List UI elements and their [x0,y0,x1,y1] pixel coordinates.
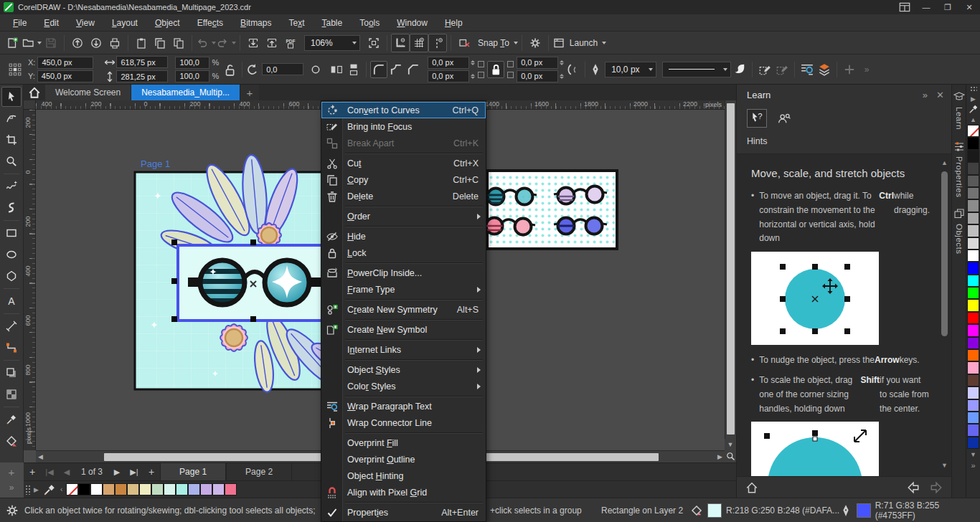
page-tab-1[interactable]: Page 1 [160,463,226,480]
selected-banner-rectangle[interactable] [178,245,329,321]
menubar-object[interactable]: Object [146,16,189,30]
tool-freehand[interactable] [1,176,22,196]
redo-button[interactable] [216,34,236,52]
context-menu-item-color-styles[interactable]: Color Styles [321,378,486,394]
scale-x-field[interactable]: 100,0 [175,57,209,69]
object-width-field[interactable]: 618,75 px [116,56,168,68]
color-swatch[interactable] [115,483,127,495]
rotation-angle-field[interactable]: 0,0 [262,63,303,75]
tool-pick[interactable] [1,87,22,107]
tool-drop-shadow[interactable] [1,363,22,383]
scale-with-object-button[interactable] [731,61,748,78]
scalloped-corner-button[interactable] [387,61,405,78]
minimize-button[interactable]: — [915,0,937,14]
context-menu-item-lock[interactable]: Lock [321,245,486,261]
color-swatch[interactable] [78,483,90,495]
show-guidelines-button[interactable] [428,34,447,52]
tool-polygon-tool[interactable] [1,266,22,286]
color-swatch[interactable] [967,187,979,199]
scroll-right-button[interactable]: ▶ [715,451,725,462]
tool-shape[interactable] [1,108,22,128]
full-screen-preview-button[interactable] [364,34,383,52]
menubar-layout[interactable]: Layout [103,16,146,30]
previous-page-button[interactable]: ◀ [58,463,75,480]
context-menu-item-overprint-outline[interactable]: Overprint Outline [321,451,486,468]
color-swatch[interactable] [967,437,979,449]
corner-radius-tr-field[interactable]: 0,0 px [517,57,558,69]
color-swatch[interactable] [151,483,164,495]
add-page-button-left[interactable]: + [24,463,41,480]
add-tool-button[interactable]: + [3,465,20,479]
palette-flyout-arrow[interactable]: ▶ [966,93,980,104]
mirror-vertical-button[interactable] [345,61,362,78]
color-swatch[interactable] [225,483,237,495]
open-from-cloud-button[interactable] [87,34,105,52]
zoom-navigator-button[interactable] [725,450,736,462]
color-swatch[interactable] [967,287,979,299]
color-swatch[interactable] [967,399,979,412]
color-swatch[interactable] [967,150,979,162]
palette-drag-handle[interactable] [25,485,31,495]
palette-expand-button[interactable]: » [966,460,980,470]
snap-to-dropdown[interactable]: Snap To [473,38,518,48]
snap-off-button[interactable] [455,34,473,52]
context-menu-item-break-apart[interactable]: Break ApartCtrl+K [321,135,486,151]
docker-tab-properties[interactable]: Properties [953,140,966,197]
color-swatch[interactable] [967,175,979,187]
color-swatch[interactable] [967,424,979,436]
tool-text-tool[interactable]: A [1,291,22,311]
palette-eyedropper-icon[interactable] [969,104,979,114]
menubar-tools[interactable]: Tools [351,16,388,30]
more-options-button[interactable]: » [858,61,875,78]
relative-corner-scaling-button[interactable] [564,61,581,78]
tool-dimension[interactable] [1,316,22,336]
menubar-window[interactable]: Window [388,16,436,30]
lock-ratio-button[interactable] [221,61,238,78]
palette-scroll-left[interactable]: ‹ [60,485,62,493]
corner-radius-br-field[interactable]: 0,0 px [517,70,558,82]
menubar-effects[interactable]: Effects [189,16,232,30]
scroll-down-button[interactable]: ▼ [725,439,736,450]
color-swatch[interactable] [127,483,139,495]
paste-button[interactable] [132,34,151,52]
color-swatch[interactable] [967,361,979,374]
context-menu-item-properties[interactable]: PropertiesAlt+Enter [321,504,486,521]
tool-connector[interactable] [1,338,22,358]
color-swatch[interactable] [200,483,212,495]
page-tab-2[interactable]: Page 2 [226,463,292,480]
tool-artistic-media[interactable] [1,198,22,218]
no-color-swatch[interactable] [967,125,979,137]
import-button[interactable] [244,34,263,52]
color-swatch[interactable] [164,483,176,495]
color-swatch[interactable] [90,483,103,495]
palette-flyout-arrow[interactable]: ▶ [34,486,39,493]
palette-drag-handle[interactable] [970,86,977,92]
next-page-button[interactable]: ▶ [108,463,126,480]
export-button[interactable] [263,34,281,52]
context-menu-item-cut[interactable]: CutCtrl+X [321,155,486,171]
tool-transparency[interactable] [1,384,22,404]
menubar-help[interactable]: Help [436,16,471,30]
tool-eyedropper-tool[interactable] [1,409,22,430]
color-swatch[interactable] [967,162,979,174]
save-button[interactable] [42,34,60,52]
menubar-file[interactable]: File [4,16,35,30]
vertical-scrollbar-thumb[interactable] [727,103,735,435]
tool-ellipse-tool[interactable] [1,245,22,265]
line-style-select[interactable] [662,62,731,77]
undo-button[interactable] [196,34,216,52]
context-menu-item-wrap-paragraph-text[interactable]: Wrap Paragraph Text [321,398,486,414]
context-menu-item-powerclip-inside[interactable]: PowerClip Inside... [321,265,486,281]
round-corner-button[interactable] [370,61,387,78]
menubar-view[interactable]: View [67,16,103,30]
color-swatch[interactable] [967,250,979,262]
menubar-edit[interactable]: Edit [35,16,67,30]
menubar-text[interactable]: Text [280,16,313,30]
tab-document[interactable]: Nesabamedia_Multip... [131,85,240,100]
launch-dropdown[interactable]: Launch [552,37,606,49]
menubar-bitmaps[interactable]: Bitmaps [232,16,280,30]
new-document-tab-button[interactable]: + [240,85,259,100]
color-swatch[interactable] [967,374,979,386]
corner-radius-tl-field[interactable]: 0,0 px [428,57,469,69]
new-document-button[interactable] [3,34,22,52]
